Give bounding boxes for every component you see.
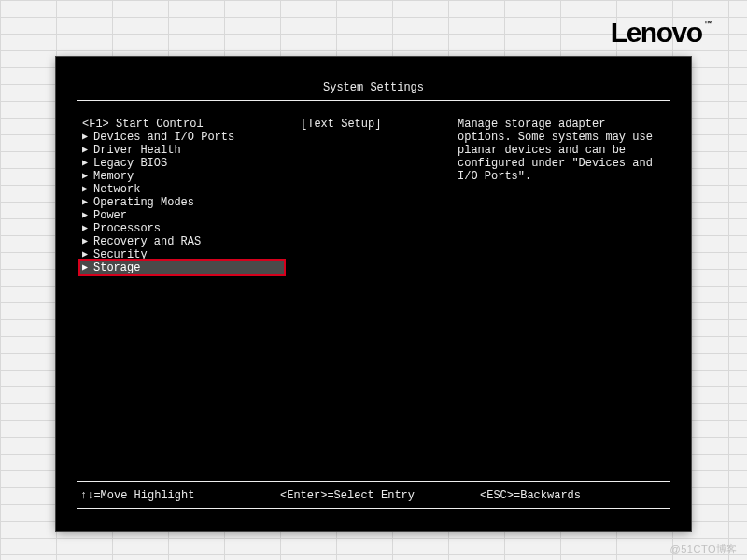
menu-item-driver-health[interactable]: ▶ Driver Health [80,144,284,157]
menu-item-storage[interactable]: ▶ Storage [80,261,284,274]
menu-item-memory[interactable]: ▶ Memory [80,170,284,183]
triangle-right-icon: ▶ [82,196,93,209]
footer-hints: ↑↓=Move Highlight <Enter>=Select Entry <… [77,489,670,508]
watermark: @51CTO博客 [670,542,738,556]
content-area: <F1> Start Control ▶ Devices and I/O Por… [77,108,670,444]
triangle-right-icon: ▶ [82,144,93,157]
menu-item-network[interactable]: ▶ Network [80,183,284,196]
triangle-right-icon: ▶ [82,261,93,274]
text-setup-label: [Text Setup] [301,118,441,131]
menu-item-operating-modes[interactable]: ▶ Operating Modes [80,196,284,209]
brand-tm: ™ [704,19,712,29]
menu-item-label: Power [93,209,127,222]
triangle-right-icon: ▶ [82,235,93,248]
hint-move-highlight: ↑↓=Move Highlight [80,489,267,502]
menu-item-label: Storage [93,261,140,274]
menu-column: <F1> Start Control ▶ Devices and I/O Por… [80,118,284,444]
menu-item-security[interactable]: ▶ Security [80,248,284,261]
menu-item-label: Devices and I/O Ports [93,131,234,144]
menu-item-label: Network [93,183,140,196]
menu-item-legacy-bios[interactable]: ▶ Legacy BIOS [80,157,284,170]
menu-item-label: Processors [93,222,161,235]
menu-item-label: Driver Health [93,144,181,157]
menu-item-label: Memory [93,170,134,183]
triangle-right-icon: ▶ [82,183,93,196]
hint-select-entry: <Enter>=Select Entry [280,489,467,502]
title-divider [77,100,670,101]
center-column: [Text Setup] [301,118,441,444]
menu-item-processors[interactable]: ▶ Processors [80,222,284,235]
brand-logo: Lenovo™ [611,17,710,49]
menu-item-label: Recovery and RAS [93,235,201,248]
help-column: Manage storage adapter options. Some sys… [458,118,663,444]
menu-item-recovery-ras[interactable]: ▶ Recovery and RAS [80,235,284,248]
menu-item-power[interactable]: ▶ Power [80,209,284,222]
footer-divider-bottom [77,508,670,509]
menu-item-devices-io-ports[interactable]: ▶ Devices and I/O Ports [80,131,284,144]
help-text: Manage storage adapter options. Some sys… [458,118,663,183]
triangle-right-icon: ▶ [82,209,93,222]
hint-backwards: <ESC>=Backwards [480,489,667,502]
menu-item-label: Legacy BIOS [93,157,167,170]
menu-item-label: Operating Modes [93,196,194,209]
footer: ↑↓=Move Highlight <Enter>=Select Entry <… [77,481,670,516]
page-title: System Settings [77,74,670,100]
brand-name: Lenovo [611,17,702,48]
footer-divider-top [77,481,670,482]
f1-start-control: <F1> Start Control [80,118,284,131]
bios-window: System Settings <F1> Start Control ▶ Dev… [56,57,691,531]
triangle-right-icon: ▶ [82,157,93,170]
triangle-right-icon: ▶ [82,131,93,144]
triangle-right-icon: ▶ [82,248,93,261]
triangle-right-icon: ▶ [82,170,93,183]
triangle-right-icon: ▶ [82,222,93,235]
menu-item-label: Security [93,248,148,261]
